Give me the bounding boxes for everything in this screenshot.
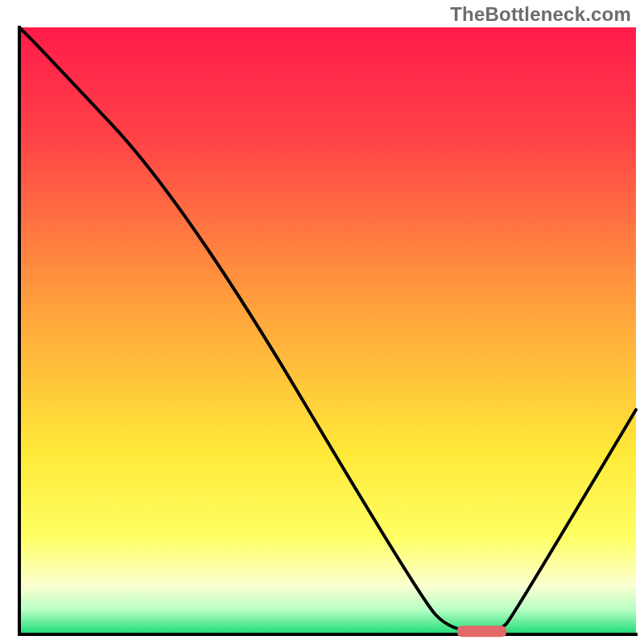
chart-svg: [0, 0, 644, 644]
optimal-marker: [457, 625, 506, 637]
plot-background: [19, 27, 636, 634]
watermark-label: TheBottleneck.com: [450, 3, 631, 26]
bottleneck-chart: TheBottleneck.com: [0, 0, 644, 644]
